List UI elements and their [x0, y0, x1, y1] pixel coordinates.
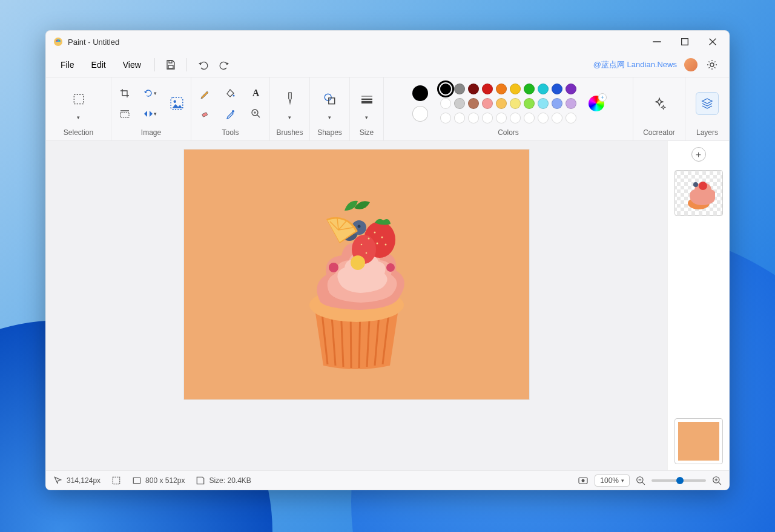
svg-point-57 — [693, 182, 698, 187]
color-swatch-empty[interactable] — [566, 113, 576, 123]
select-tool[interactable] — [67, 87, 91, 112]
color-swatch-empty[interactable] — [496, 113, 507, 123]
zoom-out-button[interactable] — [636, 476, 645, 485]
minimize-button[interactable] — [643, 31, 671, 53]
chevron-down-icon[interactable]: ▾ — [288, 114, 291, 120]
layers-button[interactable] — [696, 92, 719, 115]
svg-point-9 — [710, 63, 714, 67]
color-swatch[interactable] — [524, 98, 535, 109]
redo-button[interactable] — [214, 55, 236, 74]
color-swatch[interactable] — [468, 98, 479, 109]
color-swatch[interactable] — [482, 98, 493, 109]
color-swatch[interactable] — [440, 84, 451, 94]
pencil-tool[interactable] — [194, 84, 216, 102]
chevron-down-icon[interactable]: ▾ — [328, 114, 331, 120]
svg-rect-7 — [168, 65, 173, 68]
zoom-in-button[interactable] — [712, 476, 722, 485]
ribbon-label-size: Size — [360, 125, 374, 137]
background-remove-tool[interactable] — [165, 91, 189, 116]
color-swatch-empty[interactable] — [468, 113, 479, 123]
color-swatch[interactable] — [482, 84, 493, 94]
chevron-down-icon[interactable]: ▾ — [77, 114, 80, 120]
color-swatch[interactable] — [496, 84, 507, 94]
brush-tool[interactable] — [278, 87, 302, 112]
svg-point-41 — [368, 237, 370, 239]
color-swatch[interactable] — [552, 84, 562, 94]
layer-thumbnail-1[interactable] — [674, 170, 723, 216]
menu-file[interactable]: File — [52, 56, 83, 73]
paint-app-icon — [53, 37, 63, 47]
color-swatch[interactable] — [468, 84, 479, 94]
size-tool[interactable] — [355, 87, 379, 112]
watermark-text: @蓝点网 Landian.News — [593, 59, 677, 70]
svg-rect-8 — [169, 61, 172, 63]
color-swatch[interactable] — [538, 98, 549, 109]
ribbon-label-brushes: Brushes — [276, 125, 303, 137]
color-palette — [435, 82, 581, 125]
canvas-size: 800 x 512px — [132, 476, 185, 485]
settings-button[interactable] — [701, 55, 723, 74]
color-swatch-empty[interactable] — [552, 113, 562, 123]
color-swatch[interactable] — [566, 84, 576, 94]
save-button[interactable] — [160, 55, 182, 74]
color-picker-tool[interactable] — [220, 105, 242, 123]
shapes-tool[interactable] — [318, 87, 342, 112]
color-swatch-empty[interactable] — [482, 113, 493, 123]
color-swatch[interactable] — [440, 98, 451, 109]
color-swatch[interactable] — [566, 98, 576, 109]
svg-point-56 — [699, 182, 707, 190]
ribbon: ▾ Selection ▾ ▾ — [46, 77, 729, 141]
svg-point-13 — [173, 100, 176, 103]
color-swatch[interactable] — [454, 98, 465, 109]
text-tool[interactable]: A — [245, 84, 267, 102]
svg-line-66 — [719, 482, 721, 484]
rotate-tool[interactable]: ▾ — [139, 84, 161, 102]
canvas-area[interactable] — [46, 141, 667, 470]
svg-point-38 — [381, 236, 383, 238]
color-swatch[interactable] — [510, 84, 521, 94]
color-1-swatch[interactable] — [412, 85, 428, 101]
close-button[interactable] — [699, 31, 727, 53]
canvas[interactable] — [184, 149, 529, 399]
menu-edit[interactable]: Edit — [83, 56, 114, 73]
color-swatch[interactable] — [454, 84, 465, 94]
fit-screen-icon[interactable] — [578, 475, 589, 486]
titlebar[interactable]: Paint - Untitled — [46, 31, 729, 53]
zoom-slider[interactable] — [651, 479, 706, 482]
color-swatch[interactable] — [510, 98, 521, 109]
color-swatch-empty[interactable] — [524, 113, 535, 123]
layer-thumbnail-background[interactable] — [674, 418, 723, 464]
color-2-swatch[interactable] — [412, 106, 428, 122]
save-icon — [196, 476, 205, 485]
main-area: ＋ — [46, 141, 729, 470]
color-swatch-empty[interactable] — [440, 113, 451, 123]
svg-rect-14 — [202, 112, 207, 117]
paint-window: Paint - Untitled File Edit View @蓝点网 Lan… — [45, 30, 730, 490]
color-swatch-empty[interactable] — [510, 113, 521, 123]
window-title: Paint - Untitled — [68, 38, 119, 47]
color-swatch-empty[interactable] — [538, 113, 549, 123]
color-swatch[interactable] — [496, 98, 507, 109]
add-layer-button[interactable]: ＋ — [691, 147, 706, 162]
svg-point-61 — [582, 479, 585, 482]
color-swatch[interactable] — [538, 84, 549, 94]
svg-point-1 — [56, 40, 58, 42]
cocreator-button[interactable] — [647, 91, 671, 116]
color-swatch[interactable] — [552, 98, 562, 109]
zoom-select[interactable]: 100%▾ — [595, 475, 630, 487]
crop-tool[interactable] — [114, 84, 136, 102]
eraser-tool[interactable] — [194, 105, 216, 123]
resize-tool[interactable] — [114, 105, 136, 123]
maximize-button[interactable] — [671, 31, 699, 53]
undo-button[interactable] — [192, 55, 214, 74]
color-swatch-empty[interactable] — [454, 113, 465, 123]
flip-tool[interactable]: ▾ — [139, 105, 161, 123]
color-swatch[interactable] — [524, 84, 535, 94]
chevron-down-icon[interactable]: ▾ — [365, 114, 368, 120]
fill-tool[interactable] — [220, 84, 242, 102]
edit-colors-button[interactable] — [589, 96, 604, 111]
magnifier-tool[interactable] — [245, 105, 267, 123]
menu-view[interactable]: View — [114, 56, 150, 73]
user-avatar[interactable] — [684, 58, 698, 71]
svg-point-2 — [59, 40, 61, 42]
